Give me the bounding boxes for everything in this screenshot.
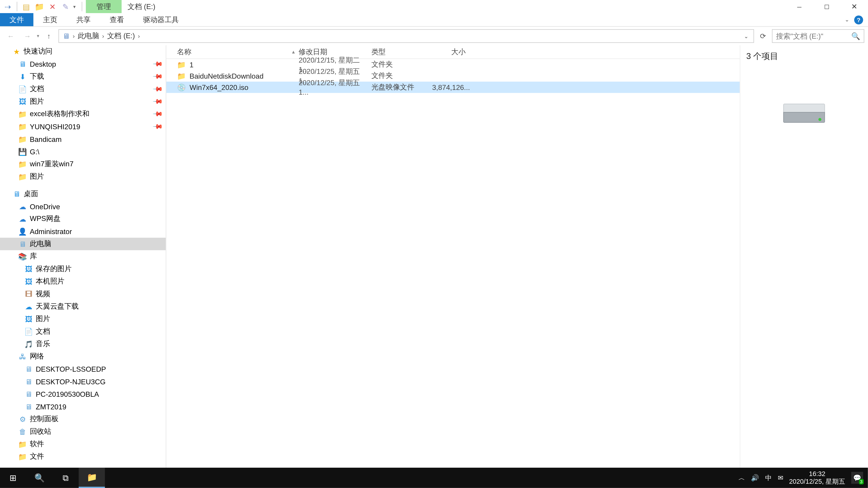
tree-item-label: 桌面: [22, 189, 38, 199]
delete-icon[interactable]: ✕: [47, 1, 58, 12]
tree-item[interactable]: 🗑回收站: [0, 425, 166, 438]
task-view-button[interactable]: ⧉: [53, 468, 79, 488]
navigation-tree[interactable]: ★快速访问🖥Desktop📌⬇下载📌📄文档📌🖼图片📌📁excel表格制作求和📌📁…: [0, 45, 166, 475]
explorer-taskbar-button[interactable]: 📁: [79, 468, 105, 488]
mail-icon[interactable]: ✉: [778, 474, 783, 482]
tree-item[interactable]: ⬇下载📌: [0, 70, 166, 83]
tab-drive-tools[interactable]: 驱动器工具: [133, 13, 188, 26]
search-button[interactable]: 🔍: [26, 468, 53, 488]
file-row[interactable]: 📁BaiduNetdiskDownload2020/12/25, 星期五 1..…: [166, 70, 740, 82]
tree-item[interactable]: ☁天翼云盘下载: [0, 300, 166, 313]
tree-item[interactable]: 👤Administrator: [0, 225, 166, 238]
file-list[interactable]: 名称▴ 修改日期 类型 大小 📁12020/12/15, 星期二 1...文件夹…: [166, 45, 740, 475]
tab-home[interactable]: 主页: [33, 13, 67, 26]
col-size[interactable]: 大小: [432, 47, 468, 57]
file-row[interactable]: 💿Win7x64_2020.iso2020/12/25, 星期五 1...光盘映…: [166, 82, 740, 93]
blue-icon: 🖼: [24, 265, 33, 273]
address-bar[interactable]: 🖥 › 此电脑 › 文档 (E:) › ⌄: [58, 29, 754, 43]
tree-item[interactable]: 📁excel表格制作求和📌: [0, 108, 166, 120]
tree-item[interactable]: 🖥Desktop📌: [0, 58, 166, 70]
tree-item[interactable]: 📁win7重装win7: [0, 158, 166, 170]
rename-icon[interactable]: ✎: [60, 1, 71, 12]
qat-dropdown-icon[interactable]: ▾: [73, 4, 78, 9]
tree-item[interactable]: 📚库: [0, 250, 166, 263]
help-icon[interactable]: ?: [854, 15, 863, 24]
tree-item[interactable]: 📁图片: [0, 170, 166, 183]
tree-item[interactable]: 🖧网络: [0, 350, 166, 363]
tray-overflow-icon[interactable]: ︿: [739, 473, 745, 482]
tree-item-label: 快速访问: [22, 46, 53, 57]
tree-item[interactable]: 🖥ZMT2019: [0, 400, 166, 413]
folder-icon: 📁: [18, 453, 27, 461]
tree-item-label: 文档: [27, 84, 44, 94]
tree-item[interactable]: 📄文档: [0, 325, 166, 338]
breadcrumb-item[interactable]: 此电脑: [76, 31, 100, 41]
file-type: 光盘映像文件: [371, 82, 432, 92]
file-row[interactable]: 📁12020/12/15, 星期二 1...文件夹: [166, 59, 740, 70]
system-tray[interactable]: ︿ 🔊 中 ✉ 16:32 2020/12/25, 星期五 💬3: [739, 470, 868, 486]
blue-icon: 🖼: [18, 97, 27, 106]
window-controls: ─ ☐ ✕: [786, 0, 868, 13]
action-center-icon[interactable]: 💬3: [851, 472, 863, 484]
chevron-right-icon[interactable]: ›: [72, 33, 75, 39]
contextual-tab[interactable]: 管理: [86, 0, 122, 13]
tree-item[interactable]: 📁软件: [0, 438, 166, 450]
tree-item[interactable]: 🖥桌面: [0, 188, 166, 200]
chevron-right-icon[interactable]: ›: [137, 33, 141, 39]
ime-icon[interactable]: 中: [765, 473, 772, 482]
tree-item[interactable]: 📁Bandicam: [0, 133, 166, 145]
tree-item[interactable]: 🎵音乐: [0, 338, 166, 350]
tree-item-label: 文档: [33, 326, 50, 337]
back-button[interactable]: ←: [4, 29, 18, 43]
chevron-right-icon[interactable]: ›: [101, 33, 105, 39]
tree-item[interactable]: 📁文件: [0, 451, 166, 463]
tree-item[interactable]: ⚙控制面板: [0, 413, 166, 425]
tree-item-label: WPS网盘: [27, 214, 60, 224]
forward-button[interactable]: →: [20, 29, 35, 43]
clock[interactable]: 16:32 2020/12/25, 星期五: [789, 470, 845, 486]
history-dropdown-icon[interactable]: ▾: [37, 33, 39, 39]
search-box[interactable]: 🔍: [772, 29, 864, 43]
tree-item[interactable]: ☁OneDrive: [0, 200, 166, 213]
tab-file[interactable]: 文件: [0, 13, 33, 26]
search-input[interactable]: [776, 32, 851, 40]
new-folder-icon[interactable]: 📁: [34, 1, 44, 12]
start-button[interactable]: ⊞: [0, 468, 26, 488]
taskbar[interactable]: ⊞ 🔍 ⧉ 📁 ︿ 🔊 中 ✉ 16:32 2020/12/25, 星期五 💬3: [0, 468, 868, 488]
tree-item-label: 控制面板: [27, 414, 58, 424]
col-name[interactable]: 名称▴: [166, 47, 299, 57]
minimize-button[interactable]: ─: [786, 0, 813, 13]
tree-item[interactable]: ★快速访问: [0, 45, 166, 58]
tree-item[interactable]: 🖼保存的图片: [0, 263, 166, 275]
tab-view[interactable]: 查看: [100, 13, 133, 26]
tree-item[interactable]: 🖼图片📌: [0, 95, 166, 108]
properties-icon[interactable]: ▤: [21, 1, 31, 12]
blue-icon: 🖥: [12, 190, 22, 198]
tree-item[interactable]: 🖥此电脑: [0, 238, 166, 250]
address-dropdown-icon[interactable]: ⌄: [744, 33, 751, 39]
tree-item[interactable]: 📄文档📌: [0, 83, 166, 95]
close-button[interactable]: ✕: [840, 0, 868, 13]
volume-icon[interactable]: 🔊: [751, 474, 759, 482]
search-icon[interactable]: 🔍: [851, 32, 860, 40]
tree-item[interactable]: 🖥DESKTOP-NJEU3CG: [0, 375, 166, 388]
tree-item[interactable]: 🖥PC-20190530OBLA: [0, 388, 166, 400]
maximize-button[interactable]: ☐: [813, 0, 840, 13]
tab-share[interactable]: 共享: [67, 13, 100, 26]
up-button[interactable]: ↑: [42, 29, 56, 43]
tree-item[interactable]: 📁YUNQISHI2019📌: [0, 121, 166, 133]
refresh-button[interactable]: ⟳: [756, 30, 770, 43]
app-icon[interactable]: ⇢: [2, 1, 13, 12]
tree-item[interactable]: 💾G:\: [0, 145, 166, 158]
tree-item[interactable]: 🖼图片: [0, 313, 166, 325]
tree-item[interactable]: 🖥DESKTOP-LSSOEDP: [0, 363, 166, 375]
tree-item[interactable]: 🎞视频: [0, 288, 166, 300]
expand-ribbon-icon[interactable]: ⌄: [845, 17, 849, 23]
breadcrumb-item[interactable]: 文档 (E:): [106, 31, 136, 41]
tree-item[interactable]: ☁WPS网盘: [0, 213, 166, 225]
tree-item-label: 软件: [27, 439, 44, 449]
col-type[interactable]: 类型: [371, 47, 432, 57]
preview-pane: 3 个项目: [740, 45, 868, 475]
column-headers[interactable]: 名称▴ 修改日期 类型 大小: [166, 45, 740, 59]
tree-item[interactable]: 🖼本机照片: [0, 275, 166, 288]
